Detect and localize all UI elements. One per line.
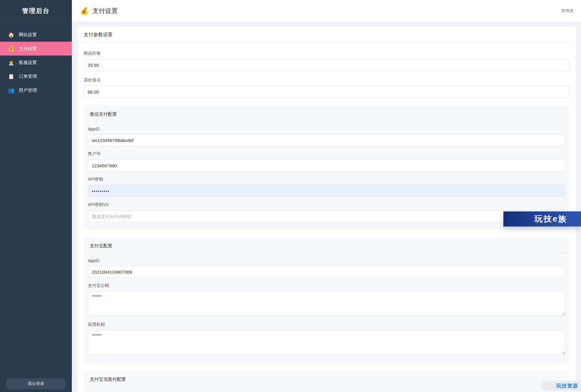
wechat-appid-input[interactable] — [88, 134, 566, 146]
sidebar-item-label: 订单管理 — [19, 74, 37, 79]
sidebar-item-label: 支付设置 — [19, 46, 37, 52]
wechat-api-key-label: API密钥 — [88, 177, 566, 182]
house-icon: 🏠 — [8, 32, 15, 38]
wechat-merchant-id-label: 商户号 — [88, 151, 566, 157]
logout-button[interactable]: 退出登录 — [7, 378, 65, 389]
money-bag-icon: 💰 — [80, 7, 89, 15]
page-title: 支付设置 — [92, 7, 118, 15]
alipay-f2f-section-title: 支付宝当面付配置 — [88, 371, 566, 387]
original-price-label: 原价显示 — [84, 78, 570, 83]
sidebar-nav: 🏠 网站设置 💰 支付设置 👨‍💼 客服设置 📋 订单管理 👥 用户管理 — [0, 22, 72, 97]
alipay-section-title: 支付宝配置 — [88, 237, 566, 253]
main-area: 支付参数设置 商品价格 原价显示 微信支付配置 AppID 商户号 API密钥 — [72, 22, 581, 392]
product-price-label: 商品价格 — [84, 51, 570, 56]
users-icon: 👥 — [8, 87, 15, 94]
sidebar-item-user-management[interactable]: 👥 用户管理 — [0, 83, 72, 97]
sidebar: 管理后台 🏠 网站设置 💰 支付设置 👨‍💼 客服设置 📋 订单管理 👥 用户管… — [0, 0, 72, 392]
sidebar-item-payment-settings[interactable]: 💰 支付设置 — [0, 42, 72, 56]
topbar-title-group: 💰 支付设置 — [80, 7, 118, 15]
card-title: 支付参数设置 — [78, 27, 576, 43]
service-person-icon: 👨‍💼 — [8, 59, 15, 66]
alipay-private-key-textarea[interactable] — [88, 330, 566, 355]
topbar: 💰 支付设置 管理员 — [72, 0, 581, 22]
sidebar-item-website-settings[interactable]: 🏠 网站设置 — [0, 28, 72, 42]
alipay-public-key-textarea[interactable] — [88, 291, 566, 316]
sidebar-item-label: 网站设置 — [19, 32, 37, 38]
alipay-private-key-label: 应用私钥 — [88, 322, 566, 327]
app-root: 管理后台 🏠 网站设置 💰 支付设置 👨‍💼 客服设置 📋 订单管理 👥 用户管… — [0, 0, 581, 392]
alipay-f2f-section: 支付宝当面付配置 门店ID — [84, 371, 570, 392]
alipay-appid-label: AppID — [88, 258, 566, 263]
wechat-api-key-v3-label: API密钥V3 — [88, 202, 566, 207]
wechat-api-key-v3-input[interactable] — [88, 210, 566, 222]
wechat-appid-label: AppID — [88, 127, 566, 131]
watermark-pill: 玩技资源 — [541, 381, 581, 391]
sidebar-item-label: 客服设置 — [19, 60, 37, 66]
wechat-merchant-id-input[interactable] — [88, 159, 566, 172]
product-price-input[interactable] — [84, 59, 570, 71]
money-bag-icon: 💰 — [8, 46, 15, 52]
clipboard-icon: 📋 — [8, 73, 15, 80]
alipay-appid-input[interactable] — [88, 266, 566, 278]
sidebar-item-label: 用户管理 — [19, 88, 37, 93]
current-user-label: 管理员 — [561, 8, 573, 14]
alipay-section: 支付宝配置 AppID 支付宝公钥 应用私钥 — [84, 237, 570, 363]
original-price-input[interactable] — [84, 86, 570, 98]
payment-settings-card: 支付参数设置 商品价格 原价显示 微信支付配置 AppID 商户号 API密钥 — [78, 27, 576, 392]
wechat-api-key-input[interactable] — [88, 185, 566, 197]
wechat-pay-section: 微信支付配置 AppID 商户号 API密钥 API密钥V3 — [84, 106, 570, 230]
alipay-public-key-label: 支付宝公钥 — [88, 283, 566, 288]
sidebar-title: 管理后台 — [0, 0, 72, 22]
content-column: 💰 支付设置 管理员 支付参数设置 商品价格 原价显示 微信支付配置 AppID — [72, 0, 581, 392]
sidebar-item-order-management[interactable]: 📋 订单管理 — [0, 69, 72, 83]
wechat-pay-section-title: 微信支付配置 — [88, 106, 566, 121]
card-body: 商品价格 原价显示 微信支付配置 AppID 商户号 API密钥 API密钥V3 — [78, 43, 576, 392]
sidebar-item-customer-service-settings[interactable]: 👨‍💼 客服设置 — [0, 56, 72, 69]
watermark-banner: 玩技e族 — [503, 211, 581, 227]
